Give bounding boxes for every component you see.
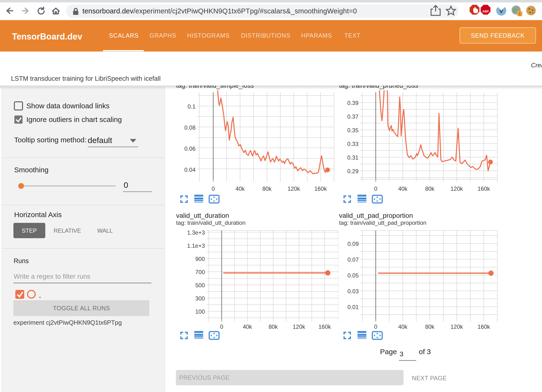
svg-text:experiment cj2vtPiwQHKN9Q1tx6P: experiment cj2vtPiwQHKN9Q1tx6PTpg bbox=[13, 319, 122, 326]
svg-text:900: 900 bbox=[195, 256, 205, 262]
svg-text:1.3e+3: 1.3e+3 bbox=[187, 229, 205, 236]
svg-text:ABP: ABP bbox=[482, 10, 489, 13]
svg-text:0: 0 bbox=[374, 323, 377, 330]
svg-text:Horizontal Axis: Horizontal Axis bbox=[14, 211, 62, 219]
svg-text:v: v bbox=[500, 7, 503, 14]
svg-text:300: 300 bbox=[195, 295, 205, 302]
svg-text:80k: 80k bbox=[262, 185, 272, 192]
svg-text:0: 0 bbox=[374, 185, 377, 192]
svg-text:default: default bbox=[88, 136, 112, 145]
svg-text:160k: 160k bbox=[314, 185, 327, 192]
svg-text:40k: 40k bbox=[398, 185, 408, 192]
svg-text:0.35: 0.35 bbox=[347, 127, 358, 133]
svg-text:0.05: 0.05 bbox=[347, 272, 359, 279]
svg-text:0.31: 0.31 bbox=[347, 154, 358, 161]
svg-text:valid_utt_pad_proportion: valid_utt_pad_proportion bbox=[339, 212, 413, 219]
svg-text:WALL: WALL bbox=[97, 227, 113, 234]
svg-text:Write a regex to filter runs: Write a regex to filter runs bbox=[14, 273, 90, 280]
svg-text:Smoothing: Smoothing bbox=[14, 166, 48, 174]
svg-text:valid_utt_duration: valid_utt_duration bbox=[176, 212, 229, 219]
svg-text:Tooltip sorting method:: Tooltip sorting method: bbox=[14, 136, 86, 144]
svg-text:80k: 80k bbox=[269, 323, 278, 330]
svg-text:0.06: 0.06 bbox=[184, 145, 196, 152]
svg-text:160k: 160k bbox=[318, 323, 331, 330]
svg-text:1.1e+3: 1.1e+3 bbox=[187, 242, 205, 249]
svg-text:0: 0 bbox=[124, 180, 128, 190]
svg-text:0: 0 bbox=[220, 323, 223, 330]
svg-text:120k: 120k bbox=[450, 323, 463, 330]
svg-text:1: 1 bbox=[519, 12, 521, 16]
svg-text:40k: 40k bbox=[398, 323, 408, 330]
svg-text:0.08: 0.08 bbox=[184, 124, 196, 131]
svg-text:0.09: 0.09 bbox=[347, 241, 359, 247]
svg-text:TOGGLE ALL RUNS: TOGGLE ALL RUNS bbox=[53, 305, 110, 311]
svg-text:0: 0 bbox=[212, 185, 215, 192]
svg-text:160k: 160k bbox=[478, 323, 490, 330]
svg-text:0.01: 0.01 bbox=[347, 304, 359, 310]
svg-text:40k: 40k bbox=[243, 323, 252, 330]
svg-text:Show data download links: Show data download links bbox=[26, 102, 110, 110]
svg-text:120k: 120k bbox=[450, 185, 463, 192]
svg-text:STEP: STEP bbox=[22, 227, 37, 234]
svg-text:RELATIVE: RELATIVE bbox=[54, 227, 81, 234]
svg-text:0.07: 0.07 bbox=[347, 256, 359, 263]
svg-text:160k: 160k bbox=[478, 185, 490, 192]
svg-text:80k: 80k bbox=[425, 185, 435, 192]
svg-text:0.39: 0.39 bbox=[347, 100, 358, 106]
svg-text:80k: 80k bbox=[425, 323, 435, 330]
svg-text:0.1: 0.1 bbox=[188, 103, 196, 110]
svg-text:0.37: 0.37 bbox=[347, 113, 358, 120]
svg-text:Ignore outliers in chart scali: Ignore outliers in chart scaling bbox=[26, 115, 122, 123]
svg-text:40k: 40k bbox=[236, 185, 245, 192]
svg-text:700: 700 bbox=[195, 269, 205, 275]
svg-text:tag: train/valid_utt_duration: tag: train/valid_utt_duration bbox=[176, 219, 246, 226]
svg-text:Runs: Runs bbox=[14, 257, 29, 265]
svg-text:0.29: 0.29 bbox=[347, 168, 358, 174]
svg-text:0.04: 0.04 bbox=[184, 167, 196, 173]
svg-text:100: 100 bbox=[195, 308, 205, 315]
svg-text:500: 500 bbox=[195, 282, 205, 288]
svg-text:tag: train/valid_utt_pad_propo: tag: train/valid_utt_pad_proportion bbox=[339, 219, 426, 226]
svg-text:0.33: 0.33 bbox=[347, 141, 358, 147]
svg-text:120k: 120k bbox=[293, 323, 305, 330]
svg-text:120k: 120k bbox=[288, 185, 300, 192]
svg-text:0.03: 0.03 bbox=[347, 288, 359, 294]
